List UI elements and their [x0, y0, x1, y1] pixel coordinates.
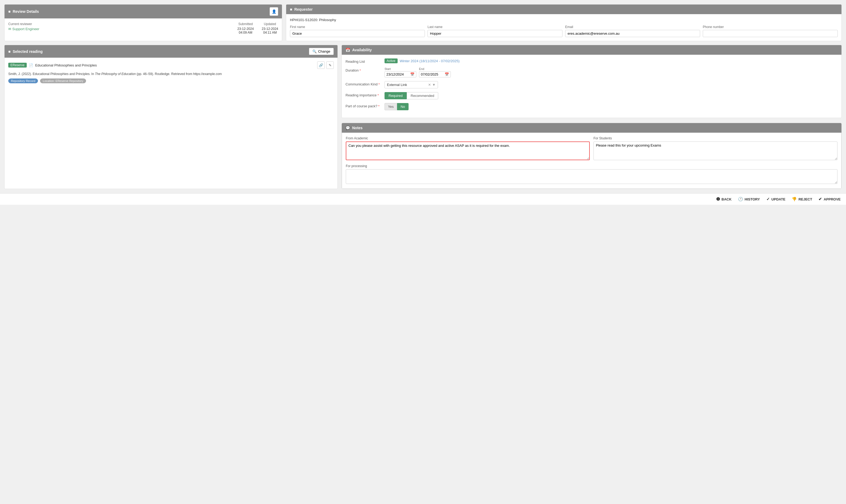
selected-reading-title: Selected reading: [13, 49, 42, 54]
importance-btn-group: Required Recommended: [384, 92, 438, 99]
for-students-textarea[interactable]: Please read this for your upcoming Exams: [593, 142, 838, 160]
reading-title: Educational Philosophies and Principles: [35, 63, 97, 67]
yes-button[interactable]: Yes: [384, 103, 397, 110]
course-pack-btn-group: Yes No: [384, 103, 409, 110]
external-link-icon: 🔗: [319, 63, 323, 67]
history-icon: 🕐: [738, 197, 743, 201]
review-details-icon: ■: [8, 10, 11, 14]
reviewer-section: Current reviewer ✉ Support Engineer: [8, 22, 232, 31]
requester-body: HPHI101-S12020: Philosophy First name La…: [286, 14, 842, 41]
duration-row: Duration * Start 📅: [346, 67, 838, 77]
requester-course: HPHI101-S12020: Philosophy: [290, 18, 838, 22]
selected-reading-header: ■ Selected reading 🔍 Change: [4, 45, 338, 58]
start-calendar-icon[interactable]: 📅: [410, 72, 414, 76]
for-processing-textarea[interactable]: [346, 169, 838, 184]
notes-card: 💬 Notes From Academic Can you please ass…: [342, 123, 842, 189]
phone-input[interactable]: [703, 30, 838, 37]
recommended-button[interactable]: Recommended: [407, 92, 438, 99]
reject-label: REJECT: [798, 197, 812, 201]
update-button[interactable]: ✓ UPDATE: [766, 197, 785, 201]
comm-kind-actions: ✕ ▼: [428, 83, 435, 87]
comm-kind-text: External Link: [387, 83, 407, 87]
updated-col: Updated 23-12-2024 04:11 AM: [262, 22, 278, 34]
no-button[interactable]: No: [397, 103, 409, 110]
approve-label: APPROVE: [824, 197, 841, 201]
comm-required-star: *: [379, 83, 380, 86]
book-icon: 📄: [29, 63, 33, 67]
updated-time: 04:11 AM: [262, 31, 278, 34]
dates-section: Submitted 23-12-2024 04:09 AM Updated 23…: [237, 22, 278, 34]
notes-columns: From Academic Can you please assist with…: [346, 137, 838, 161]
edit-icon: ✎: [329, 63, 332, 67]
for-students-label: For Students: [593, 137, 838, 140]
edit-icon-btn[interactable]: ✎: [326, 61, 334, 69]
reject-icon: 👎: [792, 197, 797, 201]
dropdown-chevron-icon[interactable]: ▼: [432, 83, 435, 87]
location-badge: Location: EReserve Repository: [40, 78, 86, 83]
first-name-input[interactable]: [290, 30, 425, 37]
availability-icon: 📅: [346, 48, 350, 52]
course-pack-buttons: Yes No: [384, 103, 409, 110]
search-icon: 🔍: [312, 49, 317, 53]
ereserve-tag: EReserve: [8, 63, 27, 68]
repository-record-badge[interactable]: Repository Record: [8, 78, 38, 83]
duration-required-star: *: [360, 69, 361, 72]
comm-kind-row: Communication Kind * External Link ✕ ▼: [346, 81, 838, 88]
submitted-label: Submitted: [237, 22, 254, 26]
change-label: Change: [318, 49, 330, 53]
reviewer-name[interactable]: Support Engineer: [12, 27, 39, 31]
active-badge: Active: [384, 58, 398, 63]
selected-reading-card: ■ Selected reading 🔍 Change EReserve 📄 E…: [4, 45, 338, 189]
from-academic-textarea[interactable]: Can you please assist with getting this …: [346, 142, 590, 160]
notes-title: Notes: [352, 126, 363, 130]
importance-required-star: *: [378, 94, 379, 97]
history-button[interactable]: 🕐 HISTORY: [738, 197, 760, 201]
for-processing-section: For processing: [346, 164, 838, 185]
back-button[interactable]: ➊ BACK: [716, 197, 732, 201]
submitted-col: Submitted 23-12-2024 04:09 AM: [237, 22, 254, 34]
comm-kind-select[interactable]: External Link ✕ ▼: [384, 81, 438, 88]
for-processing-label: For processing: [346, 164, 838, 168]
reading-list-label: Reading List: [346, 58, 380, 64]
review-details-header: ■ Review Details 👤: [4, 4, 282, 18]
end-date-input[interactable]: [421, 72, 444, 76]
phone-group: Phone number: [703, 25, 838, 37]
requester-header: ■ Requester: [286, 4, 842, 14]
end-calendar-icon[interactable]: 📅: [445, 72, 449, 76]
comm-kind-value: External Link ✕ ▼: [384, 81, 838, 88]
from-academic-label: From Academic: [346, 137, 590, 140]
required-button[interactable]: Required: [384, 92, 407, 99]
external-link-icon-btn[interactable]: 🔗: [317, 61, 325, 69]
email-input[interactable]: [565, 30, 700, 37]
review-details-body: Current reviewer ✉ Support Engineer Subm…: [4, 18, 282, 38]
notes-header: 💬 Notes: [342, 123, 842, 133]
approve-icon: ✔: [818, 197, 822, 201]
end-date-wrap: 📅: [419, 71, 451, 77]
course-pack-label: Part of course pack? *: [346, 103, 380, 108]
duration-fields: Start 📅 End: [384, 67, 451, 77]
update-label: UPDATE: [772, 197, 785, 201]
submitted-time: 04:09 AM: [237, 31, 254, 34]
reading-action-icons: 🔗 ✎: [317, 61, 334, 69]
start-date-input[interactable]: [386, 72, 409, 76]
avatar-button[interactable]: 👤: [270, 7, 278, 16]
availability-card: 📅 Availability Reading List Active Winte…: [342, 45, 842, 118]
change-button[interactable]: 🔍 Change: [309, 48, 334, 55]
review-details-card: ■ Review Details 👤 Current reviewer ✉ Su…: [4, 4, 282, 41]
email-label: Email: [565, 25, 700, 29]
back-icon: ➊: [716, 197, 720, 201]
reading-list-row: Reading List Active Winter 2024 (18/11/2…: [346, 58, 838, 64]
history-label: HISTORY: [745, 197, 760, 201]
approve-button[interactable]: ✔ APPROVE: [818, 197, 841, 201]
phone-label: Phone number: [703, 25, 838, 29]
first-name-label: First name: [290, 25, 425, 29]
reject-button[interactable]: 👎 REJECT: [792, 197, 812, 201]
email-group: Email: [565, 25, 700, 37]
last-name-input[interactable]: [428, 30, 563, 37]
coursepack-required-star: *: [378, 105, 379, 108]
for-students-section: For Students Please read this for your u…: [593, 137, 838, 161]
requester-card: ■ Requester HPHI101-S12020: Philosophy F…: [286, 4, 842, 41]
importance-buttons: Required Recommended: [384, 92, 438, 99]
clear-icon[interactable]: ✕: [428, 83, 431, 87]
start-label: Start: [384, 67, 416, 71]
